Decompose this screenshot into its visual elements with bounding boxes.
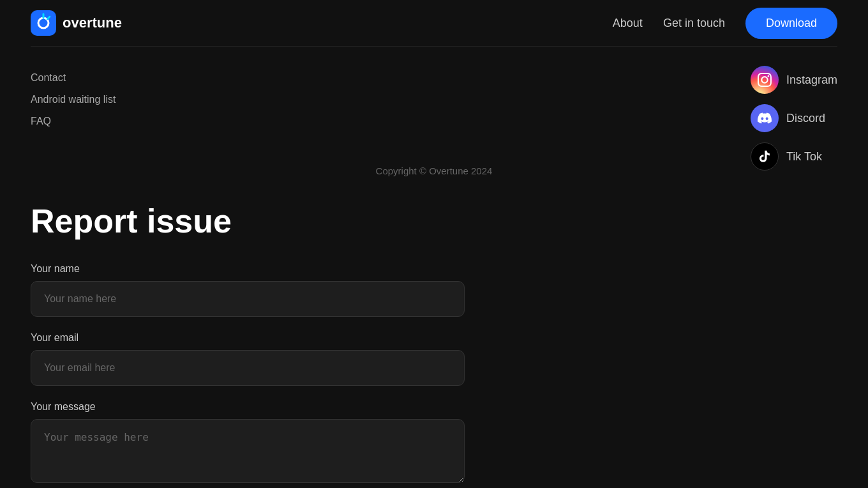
report-issue-section: Report issue Your name Your email Your m… (0, 189, 702, 488)
nav-links: About Get in touch Download (613, 8, 837, 39)
discord-icon (751, 104, 779, 132)
message-form-group: Your message (31, 401, 671, 485)
download-button[interactable]: Download (745, 8, 837, 39)
name-label: Your name (31, 263, 671, 275)
message-textarea[interactable] (31, 419, 465, 483)
tiktok-label: Tik Tok (786, 150, 822, 164)
nav-get-in-touch[interactable]: Get in touch (663, 17, 725, 30)
logo-text: overtune (63, 15, 122, 31)
footer-android-waiting-list-link[interactable]: Android waiting list (31, 94, 116, 105)
footer-contact-link[interactable]: Contact (31, 72, 116, 84)
instagram-label: Instagram (786, 73, 837, 87)
nav-about[interactable]: About (613, 17, 643, 30)
email-input[interactable] (31, 350, 465, 386)
logo-icon (31, 10, 56, 36)
email-form-group: Your email (31, 332, 671, 386)
name-input[interactable] (31, 281, 465, 317)
navbar: overtune About Get in touch Download (0, 0, 868, 46)
footer-faq-link[interactable]: FAQ (31, 116, 116, 127)
message-label: Your message (31, 401, 671, 413)
report-issue-title: Report issue (31, 202, 671, 240)
tiktok-icon (751, 142, 779, 171)
copyright-text: Copyright © Overtune 2024 (376, 165, 493, 176)
footer-section: Contact Android waiting list FAQ Instagr… (0, 47, 868, 140)
social-links: Instagram Discord Tik Tok (751, 66, 837, 171)
tiktok-link[interactable]: Tik Tok (751, 142, 837, 171)
discord-label: Discord (786, 112, 825, 125)
name-form-group: Your name (31, 263, 671, 317)
instagram-link[interactable]: Instagram (751, 66, 837, 94)
logo-link[interactable]: overtune (31, 10, 122, 36)
discord-link[interactable]: Discord (751, 104, 837, 132)
email-label: Your email (31, 332, 671, 344)
footer-links-col: Contact Android waiting list FAQ (31, 72, 116, 127)
instagram-icon (751, 66, 779, 94)
copyright-bar: Copyright © Overtune 2024 (0, 140, 868, 189)
